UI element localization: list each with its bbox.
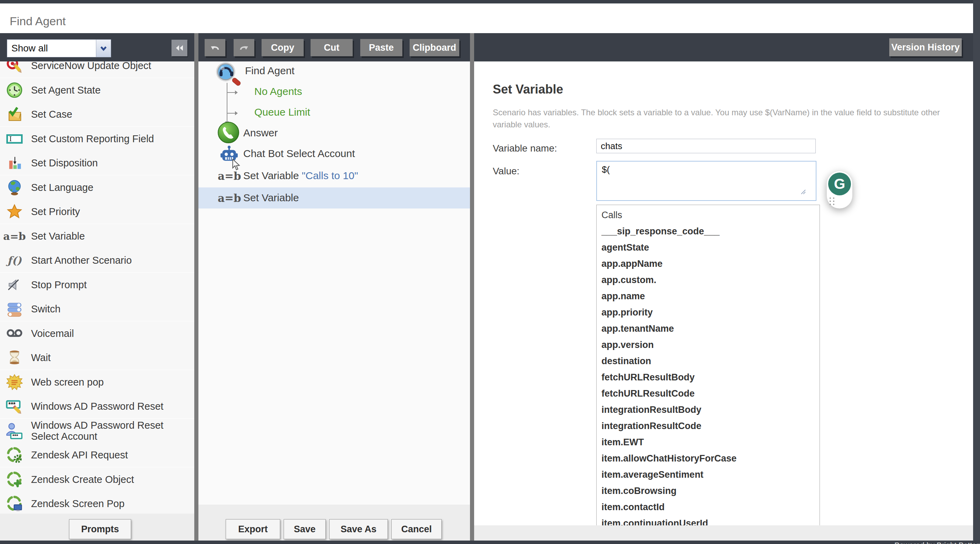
palette-item-zendesk-api-request[interactable]: Zendesk API Request xyxy=(0,443,194,468)
set-language-icon xyxy=(3,178,25,197)
suggestion-item[interactable]: Calls xyxy=(597,207,819,223)
suggestion-item[interactable]: destination xyxy=(597,353,819,369)
collapse-panel-button[interactable] xyxy=(172,40,188,56)
suggestion-item[interactable]: item.coBrowsing xyxy=(597,483,819,499)
flow-branch-queue-limit[interactable]: Queue Limit xyxy=(254,106,310,118)
a-equals-b-icon: a=b xyxy=(3,227,25,246)
palette-item-label: Web screen pop xyxy=(31,376,186,388)
palette-toolbar: Show all xyxy=(0,33,194,61)
svg-text:***: *** xyxy=(13,433,18,439)
flow-node-label-selected[interactable]: Set Variable xyxy=(243,192,299,204)
clipboard-button[interactable]: Clipboard xyxy=(410,39,459,56)
cancel-button[interactable]: Cancel xyxy=(391,519,442,539)
set-custom-reporting-field-icon: I xyxy=(3,129,25,148)
export-button[interactable]: Export xyxy=(226,519,280,539)
palette-item-set-disposition[interactable]: Set Disposition xyxy=(0,151,194,176)
palette-item-label: Set Language xyxy=(31,182,186,193)
flow-node-label[interactable]: Chat Bot Select Account xyxy=(243,148,355,160)
suggestion-item[interactable]: app.appName xyxy=(597,256,819,272)
palette-item-start-another-scenario[interactable]: ƒ() Start Another Scenario xyxy=(0,248,194,273)
panel-divider[interactable] xyxy=(470,33,474,541)
set-disposition-icon xyxy=(3,153,25,172)
palette-item-windows-ad-password-reset-select-account[interactable]: *** Windows AD Password Reset Select Acc… xyxy=(0,419,194,443)
palette-item-label: Zendesk API Request xyxy=(31,450,186,461)
palette-item-label: Wait xyxy=(31,352,186,363)
zendesk-monitor-icon xyxy=(3,494,25,513)
copy-button[interactable]: Copy xyxy=(262,39,304,56)
filter-select[interactable]: Show all xyxy=(7,39,111,57)
suggestion-item[interactable]: item.averageSentiment xyxy=(597,467,819,483)
suggestion-item[interactable]: fetchURLResultCode xyxy=(597,386,819,402)
save-button[interactable]: Save xyxy=(284,519,326,539)
palette-item-set-agent-state[interactable]: Set Agent State xyxy=(0,78,194,103)
block-palette-panel: ServiceNow Update Object Set Agent State… xyxy=(0,33,194,541)
settings-toolbar: Version History xyxy=(474,33,973,61)
settings-footer xyxy=(474,525,973,541)
palette-item-wait[interactable]: Wait xyxy=(0,346,194,370)
set-priority-icon xyxy=(3,202,25,221)
version-history-button[interactable]: Version History xyxy=(889,38,962,56)
palette-item-label: Stop Prompt xyxy=(31,279,186,290)
suggestion-item[interactable]: app.tenantName xyxy=(597,321,819,337)
suggestion-item[interactable]: integrationResultCode xyxy=(597,418,819,434)
palette-item-set-variable[interactable]: a=b Set Variable xyxy=(0,224,194,249)
variable-name-input[interactable] xyxy=(596,139,816,153)
panel-divider[interactable] xyxy=(194,33,199,541)
answer-icon[interactable] xyxy=(217,121,239,145)
palette-item-zendesk-create-object[interactable]: Zendesk Create Object xyxy=(0,467,194,492)
suggestion-item[interactable]: item.allowChatHistoryForCase xyxy=(597,450,819,467)
suggestion-item[interactable]: app.priority xyxy=(597,305,819,321)
palette-item-set-language[interactable]: Set Language xyxy=(0,175,194,200)
a-equals-b-icon[interactable]: a=b xyxy=(218,170,241,182)
hourglass-icon xyxy=(3,348,25,367)
suggestion-item[interactable]: item.EWT xyxy=(597,434,819,450)
suggestion-item[interactable]: fetchURLResultBody xyxy=(597,369,819,386)
palette-item-windows-ad-password-reset[interactable]: *** Windows AD Password Reset xyxy=(0,394,194,419)
suggestion-item[interactable]: app.custom. xyxy=(597,272,819,288)
suggestion-item[interactable]: item.contactId xyxy=(597,499,819,515)
flow-branch-no-agents[interactable]: No Agents xyxy=(254,86,302,97)
undo-button[interactable] xyxy=(205,39,225,56)
flow-node-label[interactable]: Answer xyxy=(243,127,278,139)
paste-button[interactable]: Paste xyxy=(360,39,402,56)
palette-item-label: Set Variable xyxy=(31,231,186,242)
value-textarea[interactable]: $( xyxy=(596,161,816,201)
save-as-button[interactable]: Save As xyxy=(329,519,388,539)
palette-item-set-priority[interactable]: Set Priority xyxy=(0,199,194,224)
variable-suggestions-dropdown: Calls ___sip_response_code___ agentState… xyxy=(596,205,820,527)
palette-item-label: Set Priority xyxy=(31,206,186,217)
redo-icon xyxy=(237,42,251,54)
palette-item-web-screen-pop[interactable]: Web screen pop xyxy=(0,370,194,395)
palette-item-zendesk-screen-pop[interactable]: Zendesk Screen Pop xyxy=(0,491,194,516)
palette-item-switch[interactable]: Switch xyxy=(0,297,194,322)
prompts-button[interactable]: Prompts xyxy=(69,519,131,539)
palette-item-label: Zendesk Create Object xyxy=(31,474,186,485)
switch-icon xyxy=(3,299,25,319)
a-equals-b-icon[interactable]: a=b xyxy=(218,192,241,204)
suggestion-item[interactable]: app.version xyxy=(597,337,819,353)
user-password-card-icon: *** xyxy=(3,421,25,440)
suggestion-item[interactable]: agentState xyxy=(597,239,819,256)
filter-select-value: Show all xyxy=(7,40,96,57)
flow-node-label[interactable]: Find Agent xyxy=(245,65,294,77)
flow-node-label[interactable]: Set Variable "Calls to 10" xyxy=(243,170,358,182)
muted-speaker-icon xyxy=(3,275,25,294)
cut-button[interactable]: Cut xyxy=(310,39,353,56)
undo-icon xyxy=(208,42,221,54)
resize-handle-icon[interactable] xyxy=(800,189,806,195)
value-label: Value: xyxy=(493,166,519,177)
palette-item-label: Windows AD Password Reset xyxy=(31,401,186,412)
palette-item-label: Set Case xyxy=(31,109,186,120)
find-agent-icon[interactable] xyxy=(213,60,242,91)
palette-item-set-custom-reporting-field[interactable]: I Set Custom Reporting Field xyxy=(0,127,194,152)
suggestion-item[interactable]: ___sip_response_code___ xyxy=(597,223,819,239)
suggestion-item[interactable]: app.name xyxy=(597,288,819,305)
palette-item-label: Zendesk Screen Pop xyxy=(31,498,186,509)
page-title: Find Agent xyxy=(10,14,66,28)
suggestion-item[interactable]: integrationResultBody xyxy=(597,402,819,418)
grammarly-widget[interactable]: G xyxy=(827,171,852,209)
palette-item-set-case[interactable]: Set Case xyxy=(0,102,194,127)
palette-item-stop-prompt[interactable]: Stop Prompt xyxy=(0,273,194,298)
redo-button[interactable] xyxy=(234,39,254,56)
palette-item-voicemail[interactable]: Voicemail xyxy=(0,321,194,346)
